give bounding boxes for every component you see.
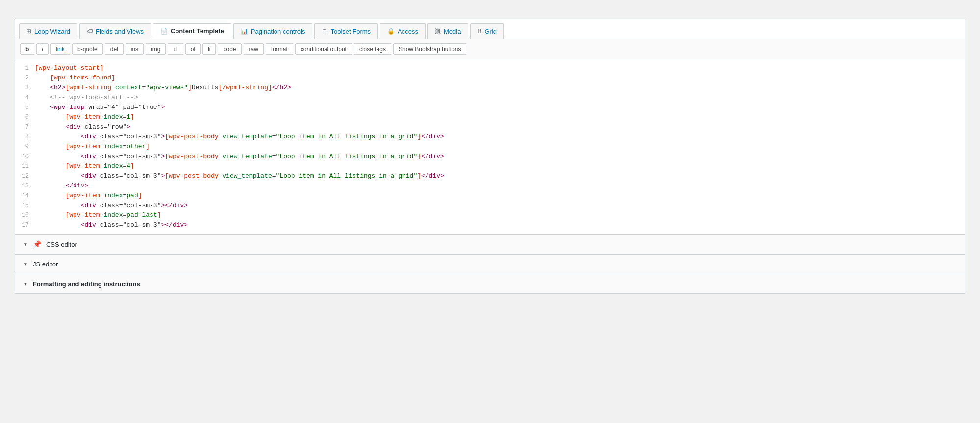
line-content-4: <!-- wpv-loop-start --> <box>35 93 965 103</box>
code-line-15: 15 <div class="col-sm-3"></div> <box>15 201 965 211</box>
toolbar: bilinkb-quotedelinsimgulollicoderawforma… <box>15 39 965 59</box>
code-editor[interactable]: 1[wpv-layout-start]2 [wpv-items-found]3 … <box>15 59 965 234</box>
tab-loop-wizard[interactable]: ⊞Loop Wizard <box>19 23 77 39</box>
collapse-arrow-js-editor: ▼ <box>23 262 28 267</box>
tab-bar: ⊞Loop Wizard🏷Fields and Views📄Content Te… <box>15 19 965 39</box>
collapse-section-formatting-instructions: ▼ Formatting and editing instructions <box>15 274 965 293</box>
line-content-2: [wpv-items-found] <box>35 73 965 83</box>
collapse-section-js-editor: ▼ JS editor <box>15 254 965 274</box>
line-content-14: [wpv-item index=pad] <box>35 191 965 201</box>
tab-media[interactable]: 🖼Media <box>427 23 468 39</box>
line-number-7: 7 <box>15 122 35 132</box>
code-line-17: 17 <div class="col-sm-3"></div> <box>15 220 965 230</box>
toolbar-btn-del[interactable]: del <box>105 43 124 55</box>
line-content-8: <div class="col-sm-3">[wpv-post-body vie… <box>35 132 965 142</box>
toolbar-btn-img[interactable]: img <box>146 43 166 55</box>
code-line-7: 7 <div class="row"> <box>15 122 965 132</box>
toolbar-btn-bquote[interactable]: b-quote <box>72 43 103 55</box>
tab-label-media: Media <box>444 28 461 35</box>
line-content-3: <h2>[wpml-string context="wpv-views"]Res… <box>35 83 965 93</box>
collapse-section-css-editor: ▼ 📌 CSS editor <box>15 234 965 254</box>
line-content-9: [wpv-item index=other] <box>35 142 965 152</box>
code-line-3: 3 <h2>[wpml-string context="wpv-views"]R… <box>15 83 965 93</box>
code-line-2: 2 [wpv-items-found] <box>15 73 965 83</box>
toolbar-btn-link[interactable]: link <box>50 43 70 55</box>
collapse-header-formatting-instructions[interactable]: ▼ Formatting and editing instructions <box>15 274 965 293</box>
line-number-8: 8 <box>15 132 35 142</box>
line-number-17: 17 <box>15 220 35 230</box>
line-number-1: 1 <box>15 63 35 73</box>
line-content-17: <div class="col-sm-3"></div> <box>35 220 965 230</box>
tab-label-loop-wizard: Loop Wizard <box>34 28 70 35</box>
tab-content-template[interactable]: 📄Content Template <box>153 23 231 39</box>
code-line-1: 1[wpv-layout-start] <box>15 63 965 73</box>
tab-icon-toolset-forms: 🗒 <box>322 28 327 35</box>
toolbar-btn-code[interactable]: code <box>218 43 241 55</box>
tab-icon-content-template: 📄 <box>160 28 168 35</box>
code-line-11: 11 [wpv-item index=4] <box>15 161 965 171</box>
tab-icon-loop-wizard: ⊞ <box>26 28 31 35</box>
line-content-7: <div class="row"> <box>35 122 965 132</box>
toolbar-btn-bold[interactable]: b <box>20 43 34 55</box>
toolbar-btn-italic[interactable]: i <box>36 43 49 55</box>
tab-grid[interactable]: BGrid <box>470 23 504 39</box>
tab-icon-pagination-controls: 📊 <box>241 28 248 35</box>
toolbar-btn-close-tags[interactable]: close tags <box>354 43 391 55</box>
line-number-11: 11 <box>15 161 35 171</box>
line-number-2: 2 <box>15 73 35 83</box>
line-number-6: 6 <box>15 112 35 122</box>
code-line-9: 9 [wpv-item index=other] <box>15 142 965 152</box>
toolbar-btn-conditional-output[interactable]: conditional output <box>295 43 352 55</box>
collapse-header-js-editor[interactable]: ▼ JS editor <box>15 255 965 274</box>
line-number-13: 13 <box>15 181 35 191</box>
loop-editor-container: ⊞Loop Wizard🏷Fields and Views📄Content Te… <box>15 19 965 294</box>
tab-label-toolset-forms: Toolset Forms <box>330 28 371 35</box>
toolbar-btn-raw[interactable]: raw <box>244 43 264 55</box>
line-number-9: 9 <box>15 142 35 152</box>
tab-icon-grid: B <box>477 28 481 35</box>
code-line-14: 14 [wpv-item index=pad] <box>15 191 965 201</box>
line-number-3: 3 <box>15 83 35 93</box>
tab-fields-and-views[interactable]: 🏷Fields and Views <box>79 23 151 39</box>
line-number-16: 16 <box>15 211 35 220</box>
code-line-10: 10 <div class="col-sm-3">[wpv-post-body … <box>15 152 965 161</box>
toolbar-btn-format[interactable]: format <box>266 43 293 55</box>
collapse-title-css-editor: CSS editor <box>46 241 77 248</box>
code-line-8: 8 <div class="col-sm-3">[wpv-post-body v… <box>15 132 965 142</box>
tab-label-access: Access <box>398 28 418 35</box>
code-line-6: 6 [wpv-item index=1] <box>15 112 965 122</box>
toolbar-btn-show-bootstrap[interactable]: Show Bootstrap buttons <box>393 43 466 55</box>
line-content-1: [wpv-layout-start] <box>35 63 965 73</box>
tab-icon-media: 🖼 <box>435 28 441 35</box>
line-number-15: 15 <box>15 201 35 211</box>
tab-label-fields-and-views: Fields and Views <box>96 28 144 35</box>
collapse-arrow-formatting-instructions: ▼ <box>23 281 28 287</box>
toolbar-btn-ul[interactable]: ul <box>168 43 183 55</box>
tab-pagination-controls[interactable]: 📊Pagination controls <box>233 23 313 39</box>
toolbar-btn-li[interactable]: li <box>202 43 216 55</box>
line-number-12: 12 <box>15 171 35 181</box>
line-content-15: <div class="col-sm-3"></div> <box>35 201 965 211</box>
tab-icon-fields-and-views: 🏷 <box>87 28 93 35</box>
line-content-11: [wpv-item index=4] <box>35 161 965 171</box>
collapse-title-js-editor: JS editor <box>33 261 58 268</box>
collapse-header-css-editor[interactable]: ▼ 📌 CSS editor <box>15 235 965 254</box>
tab-toolset-forms[interactable]: 🗒Toolset Forms <box>314 23 378 39</box>
code-line-5: 5 <wpv-loop wrap="4" pad="true"> <box>15 103 965 112</box>
tab-label-pagination-controls: Pagination controls <box>251 28 305 35</box>
line-number-14: 14 <box>15 191 35 201</box>
toolbar-btn-ol[interactable]: ol <box>185 43 201 55</box>
line-content-5: <wpv-loop wrap="4" pad="true"> <box>35 103 965 112</box>
toolbar-btn-ins[interactable]: ins <box>126 43 144 55</box>
code-line-16: 16 [wpv-item index=pad-last] <box>15 211 965 220</box>
tab-access[interactable]: 🔒Access <box>380 23 426 39</box>
code-line-12: 12 <div class="col-sm-3">[wpv-post-body … <box>15 171 965 181</box>
code-line-4: 4 <!-- wpv-loop-start --> <box>15 93 965 103</box>
line-number-5: 5 <box>15 103 35 112</box>
collapse-pin-css-editor: 📌 <box>33 240 41 248</box>
line-content-13: </div> <box>35 181 965 191</box>
tab-label-content-template: Content Template <box>171 27 224 35</box>
code-line-13: 13 </div> <box>15 181 965 191</box>
tab-icon-access: 🔒 <box>387 28 395 35</box>
line-content-12: <div class="col-sm-3">[wpv-post-body vie… <box>35 171 965 181</box>
